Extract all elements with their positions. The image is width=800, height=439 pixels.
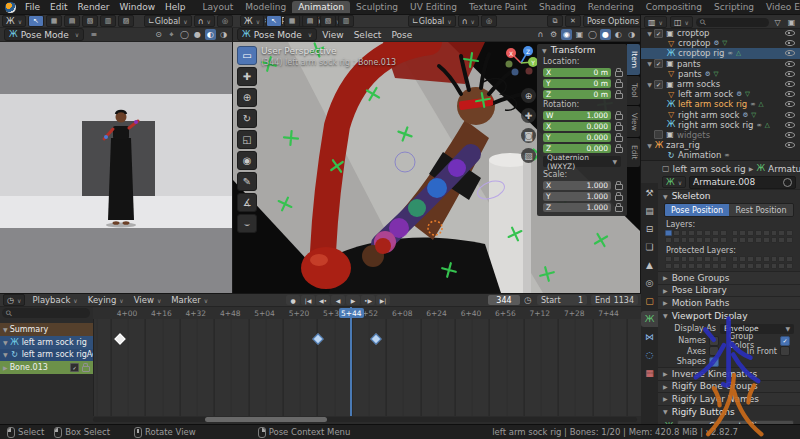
transform-panel-header[interactable]: ▼ Transform (537, 44, 627, 56)
layer-toggle[interactable] (720, 256, 727, 262)
layer-toggle[interactable] (755, 256, 762, 262)
panel-inverse-kinematics[interactable]: ▶Inverse Kinematics (658, 367, 800, 380)
workspace-tab-modeling[interactable]: Modeling (239, 1, 292, 13)
visibility-toggle[interactable] (785, 80, 795, 88)
visibility-toggle[interactable] (785, 70, 795, 78)
browse-armature-dropdown[interactable]: Ж (662, 176, 686, 188)
lock-icon[interactable] (614, 79, 623, 88)
tool-move[interactable]: ⊕ (237, 88, 257, 107)
xray-icon[interactable]: ▣ (574, 29, 585, 40)
expand-triangle-icon[interactable]: ▼ (3, 339, 8, 346)
clear-icon[interactable]: ✕ (565, 15, 581, 27)
properties-tab-tool[interactable]: ⚒ (641, 185, 658, 201)
properties-tab-view-layer[interactable]: ❏ (641, 239, 658, 255)
shading-wireframe-icon[interactable]: ◯ (179, 29, 190, 40)
timeline-scrollbar-thumb[interactable] (205, 417, 327, 422)
lock-icon[interactable] (614, 68, 623, 77)
layer-toggle[interactable] (778, 263, 785, 269)
expand-triangle-icon[interactable]: ▼ (3, 326, 8, 333)
layer-toggle[interactable] (665, 263, 672, 269)
timeline-menu-keying[interactable]: Keying (83, 295, 129, 305)
shading-rendered-icon[interactable]: ◑ (218, 29, 229, 40)
select-mode-toggle[interactable]: ▧ (82, 15, 98, 27)
checkbox-shapes[interactable]: ✓ (709, 357, 719, 367)
select-mode-toggle[interactable]: ▦ (46, 15, 62, 27)
transform-scale-z-field[interactable]: Z1.000 (543, 203, 611, 213)
layer-toggle[interactable] (786, 230, 793, 236)
visibility-toggle[interactable] (785, 100, 795, 108)
workspace-tab-animation[interactable]: Animation (292, 1, 350, 13)
layer-toggle[interactable] (681, 256, 688, 262)
lock-icon[interactable] (614, 133, 623, 142)
outliner-item-right-arm-sock-rig[interactable]: Жright arm sock rig∞△ (641, 120, 800, 130)
keyframe[interactable] (115, 333, 126, 344)
snap-magnet-icon[interactable]: ∩ (535, 29, 546, 40)
workspace-tab-scripting[interactable]: Scripting (708, 1, 760, 13)
tool-rotate[interactable]: ↻ (237, 109, 257, 128)
tool-annotate[interactable]: ✎ (237, 172, 257, 191)
lock-icon[interactable] (614, 90, 623, 99)
layer-toggle[interactable] (747, 263, 754, 269)
properties-tab-render[interactable]: ▤ (641, 203, 658, 219)
layer-toggle[interactable] (665, 237, 672, 243)
mode-dropdown[interactable]: Ж Pose Mode (4, 28, 84, 41)
outliner-display-mode-dropdown[interactable]: ▥ (644, 16, 667, 28)
layer-toggle[interactable] (720, 230, 727, 236)
panel-pose-library[interactable]: ▶Pose Library (658, 284, 800, 297)
select-mode-toggle[interactable]: ▥ (338, 15, 354, 27)
outliner-item-zara-rig[interactable]: ▼Жzara_rig (641, 140, 800, 150)
layer-toggle[interactable] (763, 230, 770, 236)
layer-toggle[interactable] (747, 230, 754, 236)
layer-toggle[interactable] (763, 263, 770, 269)
layer-toggle[interactable] (712, 230, 719, 236)
pivot-point-icon[interactable]: ⊙ (153, 29, 164, 40)
layer-toggle[interactable] (786, 256, 793, 262)
layer-toggle[interactable] (673, 263, 680, 269)
blender-logo-icon[interactable] (5, 2, 16, 13)
visibility-toggle[interactable] (785, 131, 795, 139)
keyframe[interactable] (371, 333, 382, 344)
snapping-dropdown[interactable]: ∩ (194, 15, 215, 27)
lock-icon[interactable] (81, 363, 90, 372)
layer-toggle[interactable] (747, 256, 754, 262)
layer-toggle[interactable] (739, 230, 746, 236)
playhead-chip[interactable]: 5+44 (339, 308, 364, 318)
channel-bone-013[interactable]: ▶Bone.013✓ (0, 361, 93, 374)
outliner-item-croptop[interactable]: ▽croptop⚙▽ (641, 38, 800, 48)
layer-toggle[interactable] (704, 256, 711, 262)
panel-rigify-bone-groups[interactable]: ▶Rigify Bone Groups (658, 380, 800, 393)
outliner-item-left-arm-sock-rig[interactable]: Жleft arm sock rig∞△ (641, 99, 800, 109)
overlays-icon[interactable]: ◉ (561, 29, 572, 40)
visibility-toggle[interactable] (785, 39, 795, 47)
mode-dropdown[interactable]: Ж Pose Mode (237, 28, 317, 41)
lock-icon[interactable] (614, 181, 623, 190)
checkbox-axes[interactable] (709, 346, 719, 356)
expand-triangle-icon[interactable]: ▶ (3, 364, 8, 371)
menu-help[interactable]: Help (160, 2, 191, 12)
timeline-menu-playback[interactable]: Playback (27, 295, 82, 305)
tool-breakdowner[interactable]: ⌣ (237, 214, 257, 233)
layer-toggle[interactable] (763, 256, 770, 262)
panel-viewport-display[interactable]: ▼ Viewport Display (658, 309, 800, 322)
layer-toggle[interactable] (681, 230, 688, 236)
jump-to-end-button[interactable]: ▶| (376, 295, 390, 305)
outliner-item-animation[interactable]: ↻Animation∞ (641, 150, 800, 160)
tool-cursor[interactable]: ✚ (237, 67, 257, 86)
checkbox-names[interactable] (709, 336, 719, 346)
outliner-options-icon[interactable]: ▣ (786, 17, 797, 28)
workspace-tab-shading[interactable]: Shading (533, 1, 582, 13)
layer-toggle[interactable] (688, 263, 695, 269)
menu-window[interactable]: Window (115, 2, 161, 12)
shading-wirefram-icon[interactable]: ◯ (587, 29, 598, 40)
panel-rigify-buttons[interactable]: ▼ Rigify Buttons (658, 405, 800, 418)
workspace-tab-layout[interactable]: Layout (197, 1, 240, 13)
layer-toggle[interactable] (665, 256, 672, 262)
layer-toggle[interactable] (720, 263, 727, 269)
collection-checkbox[interactable]: ✓ (654, 29, 663, 38)
breadcrumb-object[interactable]: left arm sock rig (673, 164, 746, 174)
outliner-item-croptop-rig[interactable]: Жcroptop rig∞△ (641, 48, 800, 58)
transform-location-z-field[interactable]: Z0 m (543, 90, 611, 100)
play-reverse-button[interactable]: ◀ (331, 295, 345, 305)
previous-keyframe-button[interactable]: ◀• (316, 295, 330, 305)
pan-icon[interactable]: ✚ (521, 108, 536, 123)
